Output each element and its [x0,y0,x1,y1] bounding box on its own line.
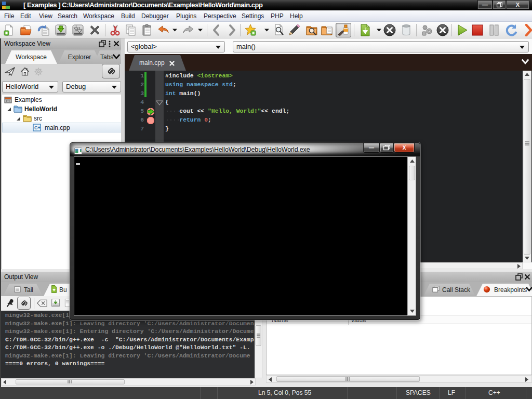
svg-text:C+: C+ [34,125,41,130]
